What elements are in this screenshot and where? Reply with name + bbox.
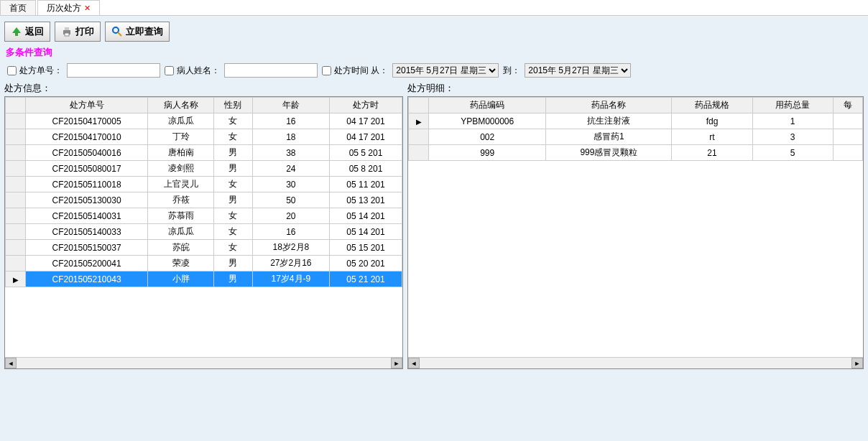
print-button[interactable]: 打印 (55, 22, 101, 42)
table-row[interactable]: ▶ YPBM000006抗生注射液fdg1 (409, 113, 863, 129)
col-age[interactable]: 年龄 (252, 98, 329, 113)
scroll-right-icon[interactable]: ► (851, 358, 863, 368)
svg-rect-1 (65, 27, 69, 30)
col-time[interactable]: 处方时 (330, 98, 402, 113)
table-row[interactable]: CF201505140031苏慕雨女2005 14 201 (6, 208, 402, 224)
table-row[interactable]: CF201504170010丁玲女1804 17 201 (6, 129, 402, 145)
table-row[interactable]: CF201505200041荣凌男27岁2月1605 20 201 (6, 256, 402, 271)
arrow-up-icon (11, 26, 22, 37)
row-header-col (6, 98, 26, 113)
right-hscroll[interactable]: ◄ ► (408, 357, 863, 368)
table-row[interactable]: CF201505130030乔筱男5005 13 201 (6, 192, 402, 208)
table-row[interactable]: 999999感冒灵颗粒215 (409, 145, 863, 161)
filter-patient-name: 病人姓名： (165, 65, 220, 77)
filter-rx-time: 处方时间 从： (322, 65, 388, 77)
col-qty[interactable]: 用药总量 (752, 98, 833, 113)
table-row[interactable]: ▶ CF201505210043小胖男17岁4月-905 21 201 (6, 271, 402, 287)
toolbar: 返回 打印 立即查询 (3, 19, 865, 45)
date-to-select[interactable]: 2015年 5月27日 星期三 (525, 63, 631, 78)
table-row[interactable]: CF201504170005凉瓜瓜女1604 17 201 (6, 113, 402, 129)
left-hscroll[interactable]: ◄ ► (5, 357, 402, 368)
rx-info-grid[interactable]: 处方单号 病人名称 性别 年龄 处方时 CF201504170005凉瓜瓜女16… (4, 96, 403, 369)
table-row[interactable]: CF201505150037苏皖女18岁2月805 15 201 (6, 240, 402, 256)
col-rxno[interactable]: 处方单号 (26, 98, 148, 113)
tab-home[interactable]: 首页 (0, 0, 36, 15)
current-row-icon: ▶ (13, 276, 19, 284)
scroll-right-icon[interactable]: ► (391, 358, 402, 368)
current-row-icon: ▶ (416, 118, 422, 126)
close-icon[interactable]: ✕ (84, 4, 91, 13)
svg-point-3 (113, 27, 119, 33)
table-row[interactable]: CF201505110018上官灵儿女3005 11 201 (6, 177, 402, 192)
col-name[interactable]: 病人名称 (148, 98, 214, 113)
printer-icon (61, 26, 73, 37)
content-area: 返回 打印 立即查询 多条件查询 处方单号： 病人姓名： 处方时间 从： 201… (0, 16, 868, 441)
patient-name-input[interactable] (224, 63, 318, 78)
filter-rx-no: 处方单号： (7, 65, 63, 77)
row-header-col (409, 98, 429, 113)
back-button[interactable]: 返回 (4, 22, 50, 42)
rx-no-checkbox[interactable] (7, 66, 17, 75)
search-icon (111, 26, 123, 37)
patient-name-checkbox[interactable] (165, 66, 174, 75)
rx-no-input[interactable] (67, 63, 160, 78)
rx-detail-grid[interactable]: 药品编码 药品名称 药品规格 用药总量 每 ▶ YPBM000006抗生注射液f… (407, 96, 864, 369)
col-spec[interactable]: 药品规格 (672, 98, 752, 113)
col-per[interactable]: 每 (833, 98, 862, 113)
scroll-left-icon[interactable]: ◄ (408, 358, 420, 368)
table-row[interactable]: CF201505140033凉瓜瓜女1605 14 201 (6, 224, 402, 240)
svg-line-4 (118, 32, 121, 36)
rx-time-checkbox[interactable] (322, 66, 331, 75)
scroll-left-icon[interactable]: ◄ (5, 358, 17, 368)
col-gender[interactable]: 性别 (214, 98, 252, 113)
tab-bar: 首页 历次处方 ✕ (0, 0, 868, 16)
right-panel-title: 处方明细： (407, 80, 864, 96)
col-drug-code[interactable]: 药品编码 (429, 98, 546, 113)
table-row[interactable]: CF201505080017凌剑熙男2405 8 201 (6, 161, 402, 177)
svg-rect-2 (65, 33, 69, 36)
query-title: 多条件查询 (3, 45, 865, 60)
table-row[interactable]: 002感冒药1rt3 (409, 129, 863, 145)
tab-history[interactable]: 历次处方 ✕ (37, 0, 100, 15)
to-label: 到： (503, 65, 520, 77)
date-from-select[interactable]: 2015年 5月27日 星期三 (392, 63, 499, 78)
query-button[interactable]: 立即查询 (105, 22, 170, 42)
left-panel-title: 处方信息： (4, 80, 403, 96)
table-row[interactable]: CF201505040016唐柏南男3805 5 201 (6, 145, 402, 161)
filter-row: 处方单号： 病人姓名： 处方时间 从： 2015年 5月27日 星期三 到： 2… (3, 60, 865, 80)
col-drug-name[interactable]: 药品名称 (546, 98, 672, 113)
